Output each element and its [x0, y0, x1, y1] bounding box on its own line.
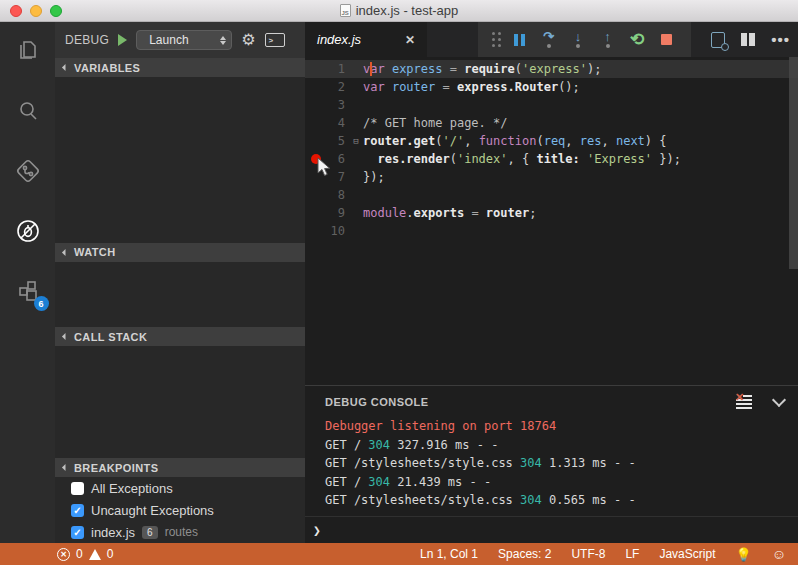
- restart-button[interactable]: ⟲: [626, 29, 648, 51]
- debug-action-bar: ↷ ↓ ↑ ⟲: [478, 22, 691, 57]
- line-number[interactable]: 10: [305, 222, 349, 240]
- step-over-button[interactable]: ↷: [538, 29, 560, 51]
- indentation[interactable]: Spaces: 2: [498, 547, 551, 561]
- code-editor[interactable]: 1var express = require('express');2var r…: [305, 57, 798, 385]
- code-line[interactable]: 8: [305, 186, 798, 204]
- code-line[interactable]: 4/* GET home page. */: [305, 114, 798, 132]
- fold-gutter: [349, 96, 363, 114]
- breakpoint-dot[interactable]: [311, 154, 321, 164]
- breakpoints-section-header[interactable]: BREAKPOINTS: [55, 458, 305, 477]
- code-line[interactable]: 2var router = express.Router();: [305, 78, 798, 96]
- debug-sidebar: DEBUG Launch ⚙ > VARIABLES WATCH: [55, 22, 305, 543]
- line-number[interactable]: 5: [305, 132, 349, 150]
- warning-icon: [89, 549, 101, 560]
- console-prompt: ❯: [313, 523, 321, 538]
- step-out-button[interactable]: ↑: [597, 29, 619, 51]
- code-text: res.render('index', { title: 'Express' }…: [363, 150, 798, 168]
- open-debug-console-icon[interactable]: >: [265, 33, 285, 47]
- watch-label: WATCH: [74, 246, 116, 258]
- extensions-icon[interactable]: 6: [13, 276, 43, 306]
- panel-title: DEBUG CONSOLE: [325, 396, 736, 408]
- line-number[interactable]: 3: [305, 96, 349, 114]
- code-line[interactable]: 7});: [305, 168, 798, 186]
- fold-icon[interactable]: ⊟: [349, 132, 363, 150]
- step-into-button[interactable]: ↓: [567, 29, 589, 51]
- code-text: });: [363, 168, 798, 186]
- breakpoint-row[interactable]: All Exceptions: [55, 477, 305, 499]
- code-text: [363, 222, 798, 240]
- debug-icon[interactable]: [13, 216, 43, 246]
- watch-body: [55, 262, 305, 328]
- status-bar: ✕ 0 0 Ln 1, Col 1 Spaces: 2 UTF-8 LF Jav…: [0, 543, 798, 565]
- launch-config-value: Launch: [149, 33, 188, 47]
- code-line[interactable]: 6 res.render('index', { title: 'Express'…: [305, 150, 798, 168]
- console-output[interactable]: Debugger listening on port 18764GET / 30…: [305, 417, 798, 516]
- launch-config-select[interactable]: Launch: [136, 30, 232, 50]
- tab-bar: index.js ✕ ↷ ↓ ↑ ⟲ •••: [305, 22, 798, 57]
- watch-section-header[interactable]: WATCH: [55, 243, 305, 262]
- twisty-icon: [62, 64, 69, 71]
- fold-gutter: [349, 222, 363, 240]
- checkbox-checked[interactable]: ✓: [71, 504, 84, 517]
- line-number[interactable]: 8: [305, 186, 349, 204]
- line-number[interactable]: 7: [305, 168, 349, 186]
- code-line[interactable]: 3: [305, 96, 798, 114]
- line-number[interactable]: 4: [305, 114, 349, 132]
- language-mode[interactable]: JavaScript: [659, 547, 715, 561]
- console-line: GET / 304 327.916 ms - -: [325, 436, 798, 455]
- console-line: Debugger listening on port 18764: [325, 417, 798, 436]
- console-input[interactable]: ❯: [305, 516, 798, 543]
- search-icon[interactable]: [13, 96, 43, 126]
- collapse-panel-icon[interactable]: [772, 392, 786, 406]
- cursor-position[interactable]: Ln 1, Col 1: [420, 547, 478, 561]
- breakpoint-row[interactable]: ✓Uncaught Exceptions: [55, 499, 305, 521]
- pause-button[interactable]: [508, 29, 530, 51]
- more-actions-icon[interactable]: •••: [771, 31, 790, 48]
- code-line[interactable]: 10: [305, 222, 798, 240]
- tab-indexjs[interactable]: index.js ✕: [305, 22, 427, 57]
- feedback-smiley-icon[interactable]: ☺: [772, 546, 786, 562]
- variables-section-header[interactable]: VARIABLES: [55, 58, 305, 77]
- lightbulb-icon[interactable]: 💡: [735, 547, 751, 562]
- console-line: GET /stylesheets/style.css 304 0.565 ms …: [325, 491, 798, 510]
- breakpoint-count-badge: 6: [142, 526, 158, 539]
- line-number[interactable]: 2: [305, 78, 349, 96]
- checkbox-checked[interactable]: ✓: [71, 526, 84, 539]
- source-control-icon[interactable]: [13, 156, 43, 186]
- code-text: var router = express.Router();: [363, 78, 798, 96]
- split-editor-icon[interactable]: [741, 33, 755, 46]
- code-text: router.get('/', function(req, res, next)…: [363, 132, 798, 150]
- encoding[interactable]: UTF-8: [571, 547, 605, 561]
- breakpoint-label: index.js: [91, 525, 135, 540]
- configure-gear-icon[interactable]: ⚙: [241, 32, 255, 48]
- fold-gutter: [349, 186, 363, 204]
- start-debug-button[interactable]: [118, 34, 127, 46]
- error-count: 0: [76, 547, 83, 561]
- explorer-icon[interactable]: [13, 36, 43, 66]
- vertical-scrollbar[interactable]: [789, 57, 798, 269]
- variables-label: VARIABLES: [74, 62, 140, 74]
- fold-gutter: [349, 60, 363, 78]
- problems-indicator[interactable]: ✕ 0 0: [57, 547, 113, 561]
- clear-console-icon[interactable]: ✕: [736, 395, 752, 408]
- error-icon: ✕: [57, 548, 70, 561]
- code-line[interactable]: 9module.exports = router;: [305, 204, 798, 222]
- code-line[interactable]: 5⊟router.get('/', function(req, res, nex…: [305, 132, 798, 150]
- line-number[interactable]: 9: [305, 204, 349, 222]
- eol[interactable]: LF: [625, 547, 639, 561]
- code-line[interactable]: 1var express = require('express');: [305, 60, 798, 78]
- drag-handle-icon[interactable]: [492, 32, 501, 47]
- open-preview-icon[interactable]: [711, 32, 725, 48]
- tab-close-icon[interactable]: ✕: [405, 33, 415, 47]
- debug-console-panel: DEBUG CONSOLE ✕ Debugger listening on po…: [305, 385, 798, 543]
- breakpoints-list: All Exceptions✓Uncaught Exceptions✓index…: [55, 477, 305, 543]
- breakpoint-row[interactable]: ✓index.js6routes: [55, 521, 305, 543]
- stop-button[interactable]: [656, 29, 678, 51]
- fold-gutter: [349, 78, 363, 96]
- call-stack-section-header[interactable]: CALL STACK: [55, 327, 305, 346]
- fold-gutter: [349, 114, 363, 132]
- line-number[interactable]: 1: [305, 60, 349, 78]
- checkbox-unchecked[interactable]: [71, 482, 84, 495]
- variables-body: [55, 77, 305, 243]
- breakpoint-label: Uncaught Exceptions: [91, 503, 214, 518]
